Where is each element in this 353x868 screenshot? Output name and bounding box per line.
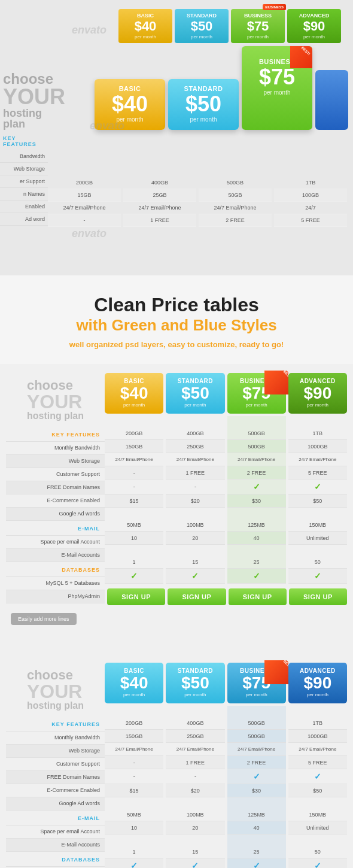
best-badge-blue	[264, 660, 288, 684]
row-mysql: 1 15 25 50	[105, 556, 347, 569]
blue-plan-headers: BASIC $40 per month STANDARD $50 per mon…	[105, 663, 347, 704]
add-more-lines-button[interactable]: Easily add more lines	[11, 613, 77, 625]
big-card-advanced-partial	[315, 70, 348, 130]
green-plan-standard: STANDARD $50 per month	[166, 373, 224, 414]
green-data-grid: 200GB 400GB 500GB 1TB 150GB 250GB 500GB …	[105, 416, 347, 584]
green-left-labels: choose YOUR hosting plan KEY FEATURES Mo…	[6, 373, 105, 630]
row-ecommerce: - - ✓ ✓	[105, 479, 347, 494]
green-choose-title: choose YOUR hosting plan	[6, 373, 105, 427]
preview-features: Bandwidth Web Storage er Support n Names…	[0, 150, 48, 226]
row-email-space: 50MB 100MB 125MB 150MB	[105, 518, 347, 532]
blue-plans-area: BASIC $40 per month STANDARD $50 per mon…	[105, 663, 347, 868]
preview-col-2: 400GB 25GB 24/7 Email/Phone 1 FREE	[123, 177, 196, 227]
green-pricing-section: choose YOUR hosting plan KEY FEATURES Mo…	[0, 364, 353, 642]
blue-row-mysql: 1 15 25 50	[105, 845, 347, 858]
green-pricing-wrapper: choose YOUR hosting plan KEY FEATURES Mo…	[6, 373, 347, 630]
blue-plan-business: BUSINESS $75 per month	[227, 663, 286, 704]
green-signup-row: SIGN UP SIGN UP SIGN UP SIGN UP	[105, 588, 347, 605]
row-bandwidth: 200GB 400GB 500GB 1TB	[105, 427, 347, 440]
big-card-business: BEST! BUSINESS $75 per month	[242, 46, 312, 130]
blue-left-labels: choose YOUR hosting plan KEY FEATURES Mo…	[6, 663, 105, 868]
blue-pricing-wrapper: choose YOUR hosting plan KEY FEATURES Mo…	[6, 663, 347, 868]
big-card-standard: STANDARD $50 per month	[168, 79, 239, 130]
signup-business-green[interactable]: SIGN UP	[229, 588, 287, 605]
row-storage: 150GB 250GB 500GB 1000GB	[105, 440, 347, 453]
preview-data-grid: 200GB 15GB 24/7 Email/Phone - 400GB 25GB…	[48, 177, 347, 227]
preview-col-4: 1TB 100GB 24/7 5 FREE	[274, 177, 347, 227]
row-support: 24/7 Email/Phone 24/7 Email/Phone 24/7 E…	[105, 453, 347, 466]
blue-databases-label: DATABASES	[62, 855, 100, 864]
blue-choose-title: choose YOUR hosting plan	[6, 663, 105, 717]
mini-card-basic: BASIC $40 per month	[118, 9, 172, 43]
green-plan-basic: BASIC $40 per month	[105, 373, 163, 414]
sub-heading: with Green and Blue Styles	[12, 316, 341, 335]
middle-text-section: Clean Price tables with Green and Blue S…	[0, 275, 353, 364]
blue-plan-advanced: ADVANCED $90 per month	[288, 663, 347, 704]
blue-pricing-section: choose YOUR hosting plan KEY FEATURES Mo…	[0, 654, 353, 868]
blue-plan-standard: STANDARD $50 per month	[166, 663, 224, 704]
green-plan-business: BUSINESS $75 per month	[227, 373, 286, 414]
row-phpmyadmin: ✓ ✓ ✓ ✓	[105, 569, 347, 584]
key-features-label: KEY FEATURES	[51, 430, 100, 439]
blue-row-support: 24/7 Email/Phone 24/7 Email/Phone 24/7 E…	[105, 743, 347, 756]
databases-label: DATABASES	[62, 565, 100, 575]
blue-data-grid: 200GB 400GB 500GB 1TB 150GB 250GB 500GB …	[105, 706, 347, 868]
blue-row-bandwidth: 200GB 400GB 500GB 1TB	[105, 717, 347, 730]
row-email-accounts: 10 20 40 Unlimited	[105, 532, 347, 545]
row-adwords: $15 $20 $30 $50	[105, 494, 347, 508]
blue-row-email-accounts: 10 20 40 Unlimited	[105, 821, 347, 834]
signup-standard-green[interactable]: SIGN UP	[168, 588, 226, 605]
mini-card-advanced: ADVANCED $90 per month	[287, 9, 341, 43]
best-badge-green	[264, 371, 288, 394]
green-plan-advanced: ADVANCED $90 per month	[288, 373, 347, 414]
signup-basic-green[interactable]: SIGN UP	[107, 588, 165, 605]
top-preview: envato envato envato BASIC $40 per month…	[0, 0, 353, 275]
blue-row-storage: 150GB 250GB 500GB 1000GB	[105, 730, 347, 743]
row-domains: - 1 FREE 2 FREE 5 FREE	[105, 466, 347, 479]
signup-advanced-green[interactable]: SIGN UP	[289, 588, 347, 605]
preview-left: choose YOUR hosting plan KEY FEATURES Ba…	[0, 72, 48, 226]
green-plan-headers: BASIC $40 per month STANDARD $50 per mon…	[105, 373, 347, 414]
blue-key-features-label: KEY FEATURES	[51, 720, 100, 729]
blue-email-label: E-MAIL	[78, 814, 100, 823]
mini-card-standard: STANDARD $50 per month	[175, 9, 229, 43]
blue-row-ecommerce: - - ✓ ✓	[105, 769, 347, 784]
description: well organized psd layers, easy to custo…	[12, 340, 341, 349]
mini-cards-row: BASIC $40 per month STANDARD $50 per mon…	[0, 6, 353, 43]
blue-row-domains: - 1 FREE 2 FREE 5 FREE	[105, 756, 347, 769]
blue-row-adwords: $15 $20 $30 $50	[105, 784, 347, 797]
watermark-3: envato	[72, 227, 106, 240]
blue-plan-basic: BASIC $40 per month	[105, 663, 163, 704]
green-plans-area: BASIC $40 per month STANDARD $50 per mon…	[105, 373, 347, 630]
mini-card-business: BUSINESS BUSINESS $75 per month	[231, 9, 285, 43]
blue-row-phpmyadmin: ✓ ✓ ✓ ✓	[105, 858, 347, 868]
main-heading: Clean Price tables	[12, 293, 341, 316]
email-label: E-MAIL	[78, 524, 100, 533]
blue-row-email-space: 50MB 100MB 125MB 150MB	[105, 808, 347, 821]
preview-col-1: 200GB 15GB 24/7 Email/Phone -	[48, 177, 121, 227]
big-card-basic: BASIC $40 per month	[95, 79, 165, 130]
preview-col-3: 500GB 50GB 24/7 Email/Phone 2 FREE	[199, 177, 272, 227]
